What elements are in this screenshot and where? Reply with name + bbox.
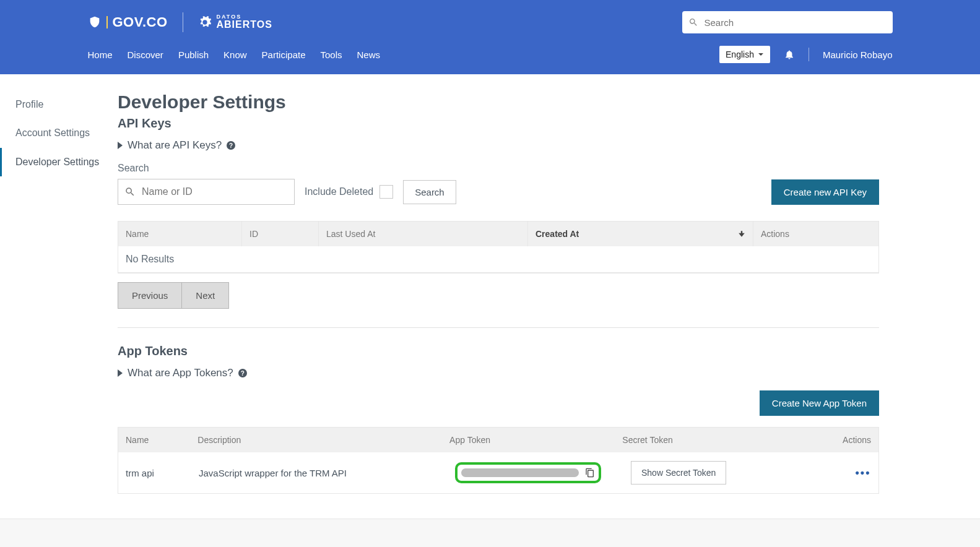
nav-news[interactable]: News — [357, 50, 381, 60]
tokens-column-name[interactable]: Name — [118, 428, 190, 452]
search-icon — [124, 186, 136, 197]
tokens-column-secret-token[interactable]: Secret Token — [615, 428, 835, 452]
column-name[interactable]: Name — [118, 222, 242, 246]
token-name-cell: trm api — [118, 468, 191, 478]
table-row: trm api JavaScript wrapper for the TRM A… — [118, 452, 878, 493]
chevron-down-icon — [758, 51, 764, 58]
create-app-token-button[interactable]: Create New App Token — [760, 390, 879, 416]
nav-publish[interactable]: Publish — [178, 50, 209, 60]
notifications-bell-icon[interactable] — [784, 49, 795, 60]
api-keys-table: Name ID Last Used At Created At Actions … — [118, 221, 879, 274]
api-keys-search-label: Search — [118, 163, 879, 174]
api-keys-disclosure[interactable]: What are API Keys? ? — [118, 139, 879, 152]
nav-participate[interactable]: Participate — [262, 50, 306, 60]
datos-big-label: ABIERTOS — [217, 20, 272, 30]
page-title: Developer Settings — [118, 92, 879, 113]
api-keys-disclosure-label: What are API Keys? — [128, 139, 222, 152]
datos-abiertos-logo[interactable]: DATOS ABIERTOS — [198, 14, 272, 30]
global-search[interactable] — [682, 11, 893, 33]
tokens-column-actions: Actions — [835, 428, 878, 452]
app-token-highlight — [455, 462, 601, 483]
column-last-used[interactable]: Last Used At — [319, 222, 528, 246]
sidebar-item-account-settings[interactable]: Account Settings — [0, 119, 118, 147]
api-keys-no-results: No Results — [118, 246, 878, 273]
user-menu[interactable]: Mauricio Robayo — [823, 50, 893, 60]
language-select[interactable]: English — [719, 46, 770, 63]
pager-previous-button[interactable]: Previous — [118, 282, 182, 309]
primary-nav: Home Discover Publish Know Participate T… — [88, 50, 381, 60]
nav-know[interactable]: Know — [223, 50, 247, 60]
column-created-at-label: Created At — [536, 229, 579, 239]
top-header: GOV.CO DATOS ABIERTOS Home Discover — [0, 0, 980, 74]
api-keys-pager: Previous Next — [118, 282, 879, 309]
app-tokens-disclosure[interactable]: What are App Tokens? ? — [118, 367, 879, 379]
app-tokens-table: Name Description App Token Secret Token … — [118, 427, 879, 494]
sidebar-item-developer-settings[interactable]: Developer Settings — [0, 148, 118, 176]
create-api-key-button[interactable]: Create new API Key — [771, 179, 879, 205]
sidebar-item-profile[interactable]: Profile — [0, 90, 118, 119]
govco-label: GOV.CO — [113, 14, 168, 30]
search-icon — [688, 17, 698, 27]
triangle-right-icon — [118, 142, 123, 149]
column-id[interactable]: ID — [242, 222, 319, 246]
pager-next-button[interactable]: Next — [181, 282, 229, 309]
include-deleted-checkbox[interactable] — [379, 185, 393, 199]
app-tokens-disclosure-label: What are App Tokens? — [128, 367, 233, 379]
triangle-right-icon — [118, 369, 123, 377]
help-icon[interactable]: ? — [227, 141, 235, 150]
row-actions-menu[interactable]: ••• — [855, 467, 871, 480]
column-actions: Actions — [753, 222, 878, 246]
api-keys-search-button[interactable]: Search — [403, 180, 456, 204]
column-created-at[interactable]: Created At — [528, 222, 753, 246]
nav-discover[interactable]: Discover — [128, 50, 163, 60]
tokens-column-app-token[interactable]: App Token — [442, 428, 615, 452]
gear-icon — [198, 15, 212, 29]
global-search-input[interactable] — [705, 17, 887, 28]
nav-tools[interactable]: Tools — [320, 50, 342, 60]
language-label: English — [726, 50, 754, 59]
api-keys-heading: API Keys — [118, 116, 879, 131]
copy-icon[interactable] — [585, 468, 595, 478]
api-keys-search-input[interactable] — [142, 186, 288, 197]
include-deleted-label: Include Deleted — [305, 186, 373, 197]
nav-home[interactable]: Home — [88, 50, 113, 60]
tokens-column-description[interactable]: Description — [190, 428, 442, 452]
token-description-cell: JavaScript wrapper for the TRM API — [191, 468, 448, 478]
settings-sidebar: Profile Account Settings Developer Setti… — [0, 74, 118, 519]
api-keys-search-box[interactable] — [118, 179, 295, 205]
govco-logo[interactable]: GOV.CO — [88, 14, 168, 30]
help-icon[interactable]: ? — [238, 369, 247, 377]
shield-icon — [88, 15, 102, 29]
app-tokens-heading: App Tokens — [118, 344, 879, 358]
arrow-down-icon — [738, 230, 745, 238]
app-token-masked — [461, 468, 579, 477]
show-secret-token-button[interactable]: Show Secret Token — [631, 461, 726, 485]
